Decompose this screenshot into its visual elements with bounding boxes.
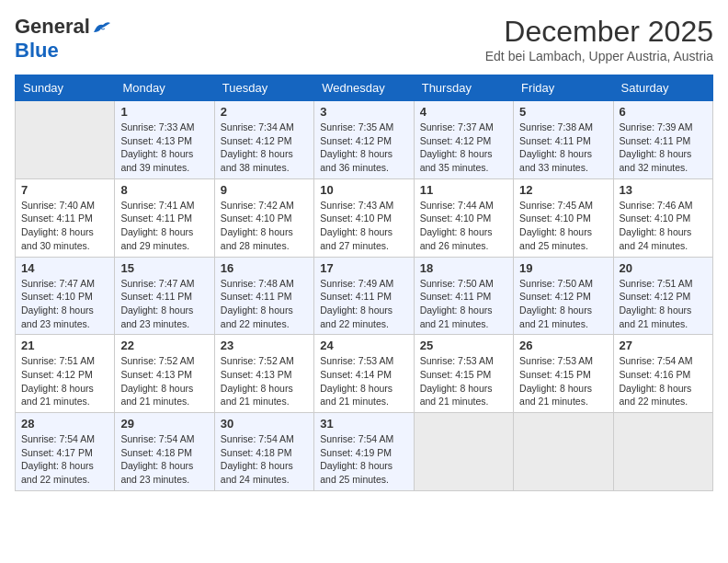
day-number: 3 <box>320 105 407 119</box>
table-row: 28Sunrise: 7:54 AMSunset: 4:17 PMDayligh… <box>16 413 115 491</box>
day-info: Sunrise: 7:54 AMSunset: 4:16 PMDaylight:… <box>620 354 707 408</box>
day-number: 23 <box>221 339 308 352</box>
calendar-week-row: 7Sunrise: 7:40 AMSunset: 4:11 PMDaylight… <box>16 178 713 257</box>
day-info: Sunrise: 7:35 AMSunset: 4:12 PMDaylight:… <box>320 121 407 175</box>
day-info: Sunrise: 7:49 AMSunset: 4:11 PMDaylight:… <box>320 277 407 331</box>
day-number: 4 <box>420 105 507 119</box>
day-number: 20 <box>620 261 707 275</box>
table-row: 26Sunrise: 7:53 AMSunset: 4:15 PMDayligh… <box>514 335 613 413</box>
table-row: 16Sunrise: 7:48 AMSunset: 4:11 PMDayligh… <box>214 257 313 335</box>
calendar-week-row: 1Sunrise: 7:33 AMSunset: 4:13 PMDaylight… <box>16 101 713 179</box>
table-row: 3Sunrise: 7:35 AMSunset: 4:12 PMDaylight… <box>314 101 414 179</box>
day-number: 30 <box>221 417 308 431</box>
day-info: Sunrise: 7:46 AMSunset: 4:10 PMDaylight:… <box>620 199 707 253</box>
day-number: 14 <box>21 261 108 275</box>
day-info: Sunrise: 7:39 AMSunset: 4:11 PMDaylight:… <box>620 121 707 175</box>
day-number: 17 <box>320 261 407 275</box>
table-row: 13Sunrise: 7:46 AMSunset: 4:10 PMDayligh… <box>613 178 712 257</box>
table-row: 21Sunrise: 7:51 AMSunset: 4:12 PMDayligh… <box>16 335 115 413</box>
table-row: 9Sunrise: 7:42 AMSunset: 4:10 PMDaylight… <box>214 178 313 257</box>
day-info: Sunrise: 7:52 AMSunset: 4:13 PMDaylight:… <box>120 354 208 408</box>
day-info: Sunrise: 7:33 AMSunset: 4:13 PMDaylight:… <box>120 121 208 175</box>
day-info: Sunrise: 7:54 AMSunset: 4:17 PMDaylight:… <box>21 432 108 487</box>
table-row: 20Sunrise: 7:51 AMSunset: 4:12 PMDayligh… <box>613 257 712 335</box>
day-info: Sunrise: 7:40 AMSunset: 4:11 PMDaylight:… <box>21 199 108 253</box>
day-info: Sunrise: 7:51 AMSunset: 4:12 PMDaylight:… <box>21 354 108 408</box>
title-area: December 2025 Edt bei Lambach, Upper Aus… <box>485 15 713 63</box>
table-row: 14Sunrise: 7:47 AMSunset: 4:10 PMDayligh… <box>16 257 115 335</box>
table-row: 11Sunrise: 7:44 AMSunset: 4:10 PMDayligh… <box>414 178 513 257</box>
col-tuesday: Tuesday <box>214 75 313 101</box>
day-number: 27 <box>620 339 707 352</box>
calendar-week-row: 28Sunrise: 7:54 AMSunset: 4:17 PMDayligh… <box>16 413 713 491</box>
logo-general: General <box>15 15 90 39</box>
table-row: 19Sunrise: 7:50 AMSunset: 4:12 PMDayligh… <box>514 257 613 335</box>
logo-bird-icon <box>92 19 112 36</box>
table-row: 30Sunrise: 7:54 AMSunset: 4:18 PMDayligh… <box>214 413 313 491</box>
table-row: 27Sunrise: 7:54 AMSunset: 4:16 PMDayligh… <box>613 335 712 413</box>
day-number: 31 <box>320 417 407 431</box>
calendar-week-row: 14Sunrise: 7:47 AMSunset: 4:10 PMDayligh… <box>16 257 713 335</box>
day-number: 29 <box>120 417 208 431</box>
day-info: Sunrise: 7:54 AMSunset: 4:18 PMDaylight:… <box>221 432 308 487</box>
day-info: Sunrise: 7:54 AMSunset: 4:18 PMDaylight:… <box>120 432 208 487</box>
table-row: 8Sunrise: 7:41 AMSunset: 4:11 PMDaylight… <box>115 178 214 257</box>
table-row <box>514 413 613 491</box>
day-info: Sunrise: 7:44 AMSunset: 4:10 PMDaylight:… <box>420 199 507 253</box>
day-info: Sunrise: 7:37 AMSunset: 4:12 PMDaylight:… <box>420 121 507 175</box>
table-row: 6Sunrise: 7:39 AMSunset: 4:11 PMDaylight… <box>613 101 712 179</box>
day-number: 15 <box>120 261 208 275</box>
calendar-week-row: 21Sunrise: 7:51 AMSunset: 4:12 PMDayligh… <box>16 335 713 413</box>
table-row: 29Sunrise: 7:54 AMSunset: 4:18 PMDayligh… <box>115 413 214 491</box>
header: General Blue December 2025 Edt bei Lamba… <box>15 15 713 63</box>
table-row: 15Sunrise: 7:47 AMSunset: 4:11 PMDayligh… <box>115 257 214 335</box>
day-number: 9 <box>221 183 308 197</box>
table-row: 12Sunrise: 7:45 AMSunset: 4:10 PMDayligh… <box>514 178 613 257</box>
col-friday: Friday <box>514 75 613 101</box>
day-info: Sunrise: 7:50 AMSunset: 4:12 PMDaylight:… <box>519 277 607 331</box>
table-row: 2Sunrise: 7:34 AMSunset: 4:12 PMDaylight… <box>214 101 313 179</box>
day-info: Sunrise: 7:50 AMSunset: 4:11 PMDaylight:… <box>420 277 507 331</box>
day-number: 2 <box>221 105 308 119</box>
day-number: 21 <box>21 339 108 352</box>
day-info: Sunrise: 7:53 AMSunset: 4:14 PMDaylight:… <box>320 354 407 408</box>
table-row <box>414 413 513 491</box>
logo-blue: Blue <box>15 39 59 62</box>
day-number: 19 <box>519 261 607 275</box>
day-number: 7 <box>21 183 108 197</box>
table-row: 7Sunrise: 7:40 AMSunset: 4:11 PMDaylight… <box>16 178 115 257</box>
table-row <box>16 101 115 179</box>
day-info: Sunrise: 7:53 AMSunset: 4:15 PMDaylight:… <box>420 354 507 408</box>
table-row: 4Sunrise: 7:37 AMSunset: 4:12 PMDaylight… <box>414 101 513 179</box>
month-title: December 2025 <box>485 15 713 49</box>
day-number: 18 <box>420 261 507 275</box>
table-row: 5Sunrise: 7:38 AMSunset: 4:11 PMDaylight… <box>514 101 613 179</box>
table-row: 25Sunrise: 7:53 AMSunset: 4:15 PMDayligh… <box>414 335 513 413</box>
day-info: Sunrise: 7:43 AMSunset: 4:10 PMDaylight:… <box>320 199 407 253</box>
table-row: 24Sunrise: 7:53 AMSunset: 4:14 PMDayligh… <box>314 335 414 413</box>
table-row: 17Sunrise: 7:49 AMSunset: 4:11 PMDayligh… <box>314 257 414 335</box>
day-number: 28 <box>21 417 108 431</box>
table-row <box>613 413 712 491</box>
location-subtitle: Edt bei Lambach, Upper Austria, Austria <box>485 49 713 63</box>
day-info: Sunrise: 7:51 AMSunset: 4:12 PMDaylight:… <box>620 277 707 331</box>
day-number: 6 <box>620 105 707 119</box>
day-number: 24 <box>320 339 407 352</box>
day-number: 13 <box>620 183 707 197</box>
day-number: 1 <box>120 105 208 119</box>
day-number: 22 <box>120 339 208 352</box>
day-info: Sunrise: 7:54 AMSunset: 4:19 PMDaylight:… <box>320 432 407 487</box>
table-row: 23Sunrise: 7:52 AMSunset: 4:13 PMDayligh… <box>214 335 313 413</box>
calendar-table: Sunday Monday Tuesday Wednesday Thursday… <box>15 75 713 491</box>
logo: General Blue <box>15 15 112 63</box>
day-info: Sunrise: 7:48 AMSunset: 4:11 PMDaylight:… <box>221 277 308 331</box>
day-info: Sunrise: 7:42 AMSunset: 4:10 PMDaylight:… <box>221 199 308 253</box>
table-row: 1Sunrise: 7:33 AMSunset: 4:13 PMDaylight… <box>115 101 214 179</box>
day-number: 10 <box>320 183 407 197</box>
col-sunday: Sunday <box>16 75 115 101</box>
col-thursday: Thursday <box>414 75 513 101</box>
table-row: 22Sunrise: 7:52 AMSunset: 4:13 PMDayligh… <box>115 335 214 413</box>
day-number: 8 <box>120 183 208 197</box>
calendar-header-row: Sunday Monday Tuesday Wednesday Thursday… <box>16 75 713 101</box>
day-info: Sunrise: 7:34 AMSunset: 4:12 PMDaylight:… <box>221 121 308 175</box>
